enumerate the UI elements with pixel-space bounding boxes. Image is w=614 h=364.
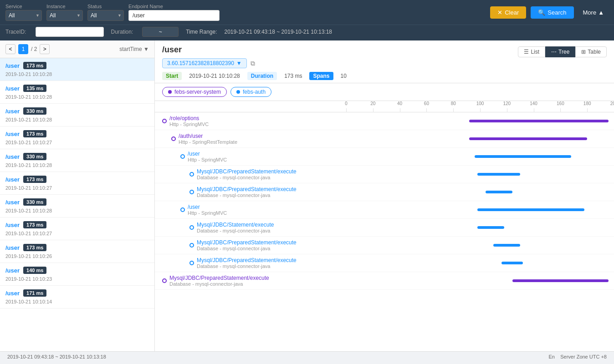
span-right — [346, 254, 614, 272]
span-right — [346, 201, 614, 218]
trace-item-name: /user — [5, 131, 20, 137]
span-name: Mysql/JDBC/Statement/execute — [197, 222, 274, 228]
list-view-button[interactable]: ☰ List — [518, 46, 545, 57]
trace-list-item[interactable]: /user 171 ms 2019-10-21 10:10:14 — [0, 286, 154, 308]
service-tags: febs-server-system febs-auth — [155, 83, 614, 101]
span-row[interactable]: Mysql/JDBC/PreparedStatement/execute Dat… — [155, 272, 614, 290]
span-circle — [162, 278, 167, 283]
span-bar — [469, 120, 609, 122]
span-left: Mysql/JDBC/PreparedStatement/execute Dat… — [155, 273, 346, 288]
span-name-col: Mysql/JDBC/PreparedStatement/execute Dat… — [197, 257, 297, 269]
span-sub: Database - mysql-connector-java — [197, 228, 274, 233]
table-view-button[interactable]: ⊞ Table — [575, 46, 607, 57]
span-row[interactable]: /auth/user Http - SpringRestTemplate — [155, 130, 614, 148]
trace-item-name: /user — [5, 62, 20, 69]
trace-item-time: 2019-10-21 10:10:28 — [5, 71, 149, 77]
trace-item-name: /user — [5, 222, 20, 228]
trace-item-name: /user — [5, 85, 20, 92]
more-button[interactable]: More ▲ — [578, 6, 609, 19]
traceid-input[interactable] — [36, 27, 104, 37]
table-icon: ⊞ — [581, 49, 586, 55]
span-name-col: /user Http - SpringMVC — [188, 204, 227, 216]
trace-list-item[interactable]: /user 135 ms 2019-10-21 10:10:28 — [0, 81, 154, 104]
tree-view-button[interactable]: ⋯ Tree — [545, 46, 575, 57]
trace-list-item[interactable]: /user 330 ms 2019-10-21 10:10:28 — [0, 149, 154, 172]
trace-item-badge: 173 ms — [23, 62, 46, 69]
trace-item-time: 2019-10-21 10:10:27 — [5, 140, 149, 145]
span-row[interactable]: Mysql/JDBC/Statement/execute Database - … — [155, 219, 614, 237]
span-bar — [512, 279, 609, 282]
timeline-left-spacer — [155, 101, 346, 112]
duration-input[interactable] — [142, 27, 179, 37]
span-right — [346, 272, 614, 289]
trace-meta-row: Start 2019-10-21 10:10:28 Duration 173 m… — [162, 72, 607, 80]
span-row[interactable]: /user Http - SpringMVC — [155, 201, 614, 219]
instance-label: Instance — [46, 4, 83, 9]
trace-list-item[interactable]: /user 173 ms 2019-10-21 10:10:26 — [0, 240, 154, 263]
trace-list-item[interactable]: /user 140 ms 2019-10-21 10:10:23 — [0, 263, 154, 286]
span-name: Mysql/JDBC/PreparedStatement/execute — [197, 168, 297, 175]
trace-item-badge: 135 ms — [23, 85, 46, 92]
timerange-value: 2019-10-21 09:43:18 ~ 2019-10-21 10:13:1… — [225, 29, 333, 35]
span-name-col: Mysql/JDBC/PreparedStatement/execute Dat… — [169, 275, 269, 287]
start-label: Start — [162, 72, 182, 80]
trace-list-item[interactable]: /user 330 ms 2019-10-21 10:10:28 — [0, 195, 154, 217]
trace-list-item[interactable]: /user 330 ms 2019-10-21 10:10:28 — [0, 104, 154, 126]
trace-item-name: /user — [5, 199, 20, 206]
trace-list-item[interactable]: /user 173 ms 2019-10-21 10:10:27 — [0, 172, 154, 195]
copy-icon[interactable]: ⧉ — [251, 60, 255, 67]
status-label: Status — [87, 4, 124, 9]
span-row[interactable]: Mysql/JDBC/PreparedStatement/execute Dat… — [155, 166, 614, 183]
service-select[interactable]: All — [5, 10, 42, 21]
timerange-label: Time Range: — [186, 29, 217, 35]
span-circle — [171, 136, 176, 141]
span-row[interactable]: /user Http - SpringMVC — [155, 148, 614, 166]
trace-list-item[interactable]: /user 173 ms 2019-10-21 10:10:28 — [0, 58, 154, 81]
trace-item-time: 2019-10-21 10:10:26 — [5, 253, 149, 259]
span-indent: Mysql/JDBC/PreparedStatement/execute Dat… — [189, 168, 297, 180]
span-row[interactable]: /role/options Http - SpringMVC — [155, 112, 614, 130]
span-indent: Mysql/JDBC/PreparedStatement/execute Dat… — [189, 239, 297, 251]
span-circle — [189, 225, 194, 230]
trace-item-time: 2019-10-21 10:10:27 — [5, 231, 149, 236]
trace-id-text: 3.60.157162382818802390 — [167, 60, 234, 66]
span-row[interactable]: Mysql/JDBC/PreparedStatement/execute Dat… — [155, 237, 614, 254]
endpoint-input[interactable] — [128, 10, 220, 21]
scale-line — [587, 108, 588, 112]
trace-item-badge: 173 ms — [23, 176, 46, 183]
trace-id-badge[interactable]: 3.60.157162382818802390 ▼ — [162, 58, 247, 68]
trace-list-item[interactable]: /user 173 ms 2019-10-21 10:10:27 — [0, 217, 154, 240]
search-button[interactable]: 🔍 Search — [531, 6, 573, 19]
trace-list-item[interactable]: /user 173 ms 2019-10-21 10:10:27 — [0, 126, 154, 149]
span-circle — [180, 154, 185, 159]
scale-tick: 160 — [557, 101, 564, 106]
span-right — [346, 166, 614, 183]
scale-tick: 60 — [424, 101, 429, 106]
clear-button[interactable]: ✕ Clear — [490, 6, 526, 19]
scale-line — [534, 108, 534, 112]
span-name-col: /user Http - SpringMVC — [188, 151, 227, 162]
service-tag[interactable]: febs-server-system — [162, 87, 227, 97]
span-row[interactable]: Mysql/JDBC/PreparedStatement/execute Dat… — [155, 254, 614, 272]
instance-select-wrapper: All — [46, 10, 83, 21]
list-header: < 1 / 2 > startTime ▼ — [0, 40, 154, 58]
span-circle — [189, 261, 194, 265]
service-select-wrapper: All — [5, 10, 42, 21]
span-right — [346, 130, 614, 147]
service-tag-name: febs-server-system — [174, 89, 221, 95]
service-tag[interactable]: febs-auth — [230, 87, 271, 97]
prev-page-button[interactable]: < — [5, 44, 15, 54]
instance-select[interactable]: All — [46, 10, 83, 21]
span-sub: Http - SpringMVC — [169, 121, 209, 127]
service-tag-name: febs-auth — [243, 89, 266, 95]
span-sub: Http - SpringRestTemplate — [179, 139, 237, 145]
span-sub: Http - SpringMVC — [188, 210, 227, 216]
scale-line — [453, 108, 454, 112]
span-row[interactable]: Mysql/JDBC/PreparedStatement/execute Dat… — [155, 183, 614, 201]
scale-tick: 80 — [451, 101, 456, 106]
status-select[interactable]: All — [87, 10, 124, 21]
next-page-button[interactable]: > — [40, 44, 50, 54]
sort-label[interactable]: startTime ▼ — [119, 46, 149, 52]
scale-line — [346, 108, 347, 112]
more-arrow-icon: ▲ — [598, 9, 604, 16]
